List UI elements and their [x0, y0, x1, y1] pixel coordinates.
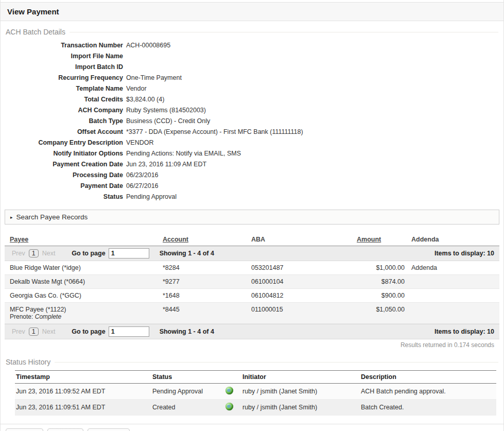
payee-cell: Blue Ridge Water (*idge)	[5, 264, 158, 271]
description-cell: Batch Created.	[360, 404, 496, 411]
page-title: View Payment	[7, 7, 497, 16]
goto-page-label: Go to page	[72, 328, 105, 335]
status-cell: Created	[151, 404, 224, 411]
detail-value: Pending Approval	[126, 193, 177, 201]
detail-row: Batch Type Business (CCD) - Credit Only	[6, 116, 498, 127]
detail-row: Processing Date 06/23/2016	[6, 170, 498, 181]
detail-value: ACH-00008695	[126, 42, 170, 49]
status-history-legend: Status History	[6, 358, 498, 366]
initiator-cell: ruby / jsmith (Janet Smith)	[241, 388, 360, 395]
detail-label: Payment Date	[6, 182, 123, 190]
column-header-timestamp: Timestamp	[15, 373, 151, 381]
detail-row: Template Name Vendor	[6, 83, 498, 94]
footer-toolbar: ✖ Close Print Export	[1, 424, 503, 431]
detail-label: Processing Date	[6, 171, 123, 179]
amount-cell: $1,050.00	[354, 306, 405, 313]
amount-cell: $900.00	[354, 292, 405, 299]
expander-arrow-icon: ▸	[10, 215, 13, 220]
status-history-header: Timestamp Status Initiator Description	[15, 370, 496, 384]
detail-label: Batch Type	[6, 117, 123, 125]
detail-label: Total Credits	[6, 96, 123, 104]
column-header-status: Status	[151, 373, 224, 381]
detail-value: $3,824.00 (4)	[126, 96, 164, 104]
detail-row: Recurring Frequency One-Time Payment	[6, 73, 498, 83]
column-header-aba: ABA	[246, 236, 354, 243]
detail-value: 06/23/2016	[126, 171, 159, 179]
column-header-amount[interactable]: Amount	[354, 236, 405, 243]
detail-row: ACH Company Ruby Systems (814502003)	[6, 105, 498, 116]
detail-row: Payment Date 06/27/2016	[6, 181, 498, 192]
detail-value: 06/27/2016	[126, 182, 159, 190]
detail-label: Transaction Number	[6, 42, 123, 49]
account-cell: *8284	[158, 264, 246, 271]
detail-value: *3377 - DDA (Expense Account) - First MF…	[126, 128, 303, 136]
detail-value: Ruby Systems (814502003)	[126, 107, 206, 114]
search-payee-records-expander[interactable]: ▸ Search Payee Records	[5, 210, 499, 225]
payee-cell: Georgia Gas Co. (*GGC)	[5, 292, 158, 299]
column-header-payee[interactable]: Payee	[5, 236, 158, 243]
page-number-button[interactable]: 1	[29, 327, 39, 336]
status-history-table: Timestamp Status Initiator Description J…	[15, 370, 496, 416]
showing-count: Showing 1 - 4 of 4	[160, 250, 214, 257]
aba-cell: 061004812	[246, 292, 354, 299]
detail-label: Import Batch ID	[6, 63, 123, 71]
detail-value: Business (CCD) - Credit Only	[126, 117, 210, 125]
pagination-bottom: Prev 1 Next Go to page Showing 1 - 4 of …	[5, 324, 499, 339]
page-number-button[interactable]: 1	[29, 249, 39, 257]
next-button[interactable]: Next	[40, 327, 58, 336]
goto-page-input[interactable]	[109, 248, 149, 258]
goto-page-label: Go to page	[72, 250, 105, 257]
detail-label: Company Entry Description	[6, 139, 123, 147]
aba-cell: 011000015	[246, 306, 354, 313]
export-button[interactable]: Export	[88, 428, 129, 431]
addenda-link[interactable]: Addenda	[405, 264, 499, 271]
detail-label: ACH Company	[6, 107, 123, 114]
timestamp-cell: Jun 23, 2016 11:09:51 AM EDT	[15, 404, 151, 411]
account-cell: *8445	[158, 306, 246, 313]
table-row: MFC Payee (*1122) Prenote: Complete *844…	[5, 303, 499, 324]
status-cell: Pending Approval	[151, 388, 224, 395]
detail-label: Payment Creation Date	[6, 161, 123, 168]
prenote-status: Prenote: Complete	[10, 313, 158, 320]
prev-button[interactable]: Prev	[10, 249, 27, 257]
detail-label: Status	[6, 193, 123, 201]
close-button[interactable]: ✖ Close	[6, 428, 43, 431]
detail-row: Offset Account *3377 - DDA (Expense Acco…	[6, 127, 498, 137]
table-row: Dekalb Waste Mgt (*0664) *9277 061000104…	[5, 275, 499, 289]
column-header-initiator: Initiator	[241, 373, 360, 381]
detail-value: One-Time Payment	[126, 74, 182, 82]
account-cell: *9277	[158, 278, 246, 285]
initiator-cell: ruby / jsmith (Janet Smith)	[241, 404, 360, 411]
amount-cell: $874.00	[354, 278, 405, 285]
items-to-display: Items to display: 10	[435, 250, 494, 257]
detail-row: Status Pending Approval	[6, 192, 498, 202]
titlebar: View Payment	[1, 2, 503, 21]
detail-value: Pending Actions: Notify via EMAIL, SMS	[126, 150, 241, 158]
table-row: Blue Ridge Water (*idge) *8284 053201487…	[5, 261, 499, 275]
detail-label: Offset Account	[6, 128, 123, 136]
table-row: Jun 23, 2016 11:09:51 AM EDT Created rub…	[15, 400, 496, 416]
payee-cell: Dekalb Waste Mgt (*0664)	[5, 278, 158, 285]
timestamp-cell: Jun 23, 2016 11:09:52 AM EDT	[15, 388, 151, 395]
batch-details-legend: ACH Batch Details	[6, 28, 498, 36]
payee-table: Payee Account ABA Amount Addenda Prev 1 …	[5, 234, 499, 349]
detail-label: Notify Initiator Options	[6, 150, 123, 158]
detail-row: Import Batch ID	[6, 62, 498, 73]
goto-page-input[interactable]	[109, 326, 149, 337]
batch-details-list: Transaction Number ACH-00008695 Import F…	[6, 40, 498, 202]
next-button[interactable]: Next	[40, 249, 58, 257]
showing-count: Showing 1 - 4 of 4	[160, 328, 214, 335]
column-header-addenda: Addenda	[405, 236, 499, 243]
table-row: Georgia Gas Co. (*GGC) *1648 061004812 $…	[5, 289, 499, 303]
detail-value: Jun 23, 2016 11:09 AM EDT	[126, 161, 206, 168]
prev-button[interactable]: Prev	[10, 327, 27, 336]
detail-label: Import File Name	[6, 53, 123, 60]
payee-table-header: Payee Account ABA Amount Addenda	[5, 234, 499, 246]
detail-row: Payment Creation Date Jun 23, 2016 11:09…	[6, 159, 498, 170]
detail-row: Notify Initiator Options Pending Actions…	[6, 148, 498, 159]
globe-icon	[224, 403, 241, 412]
print-button[interactable]: Print	[47, 428, 84, 431]
detail-value: VENDOR	[126, 139, 153, 147]
column-header-account[interactable]: Account	[158, 236, 246, 243]
aba-cell: 061000104	[246, 278, 354, 285]
